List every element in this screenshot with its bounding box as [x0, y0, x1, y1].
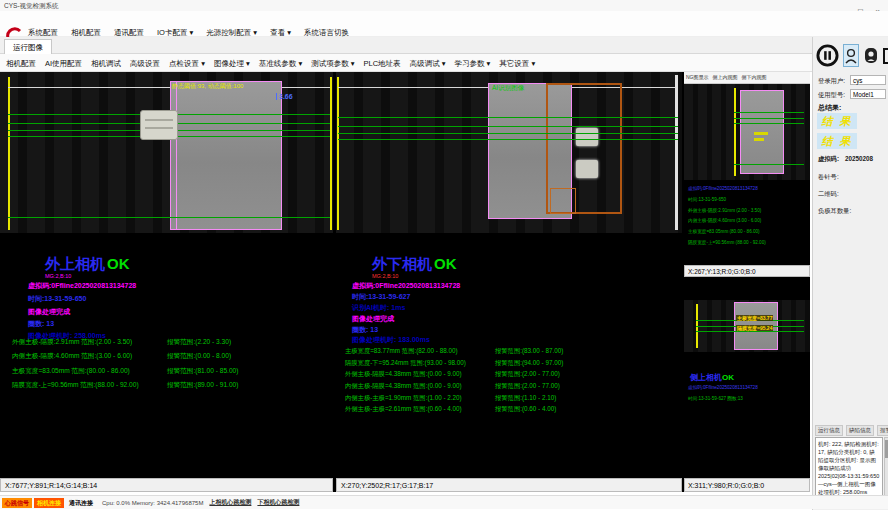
electrode-tab: [576, 160, 598, 178]
toolbar-item[interactable]: 高级设置: [130, 59, 160, 69]
exit-door-icon: [881, 47, 888, 65]
ai-time-line: 识别AI机时: 1ms: [352, 303, 405, 313]
left-camera-image[interactable]: 静态阈值:93, 动态阈值:100 3.66: [0, 72, 333, 233]
measurement-row: 外侧主极-主极=2.61mm 范围:(0.60 - 4.00) 报警范围:(0.…: [345, 405, 677, 417]
log-scrollbar[interactable]: [884, 437, 888, 499]
login-user-value[interactable]: cys: [850, 75, 886, 85]
process-done-line: 图像处理完成: [28, 307, 70, 317]
virtual-code-line: 虚拟码:0Ffline2025020813134728: [352, 281, 460, 291]
tab-run-image[interactable]: 运行图像: [4, 39, 52, 54]
highlight-mark: [754, 132, 768, 135]
lower-camera-heartbeat-link[interactable]: 下相机心跳检测: [257, 498, 299, 507]
log-tab[interactable]: 报警信息: [877, 425, 888, 436]
log-output[interactable]: 机时: 222, 缺陷检测机时: 17, 缺陷分类机时: 0, 缺陷提取分区机时…: [815, 437, 883, 499]
toolbar: 相机配置AI使用配置相机调试高级设置点检设置 ▾图像处理 ▾基准线参数 ▾测试项…: [0, 54, 812, 72]
thumb2-text-lines: 虚拟码:0Ffline2025020813134728时间:13-31-59-6…: [688, 383, 758, 405]
measure-line-green: [338, 126, 678, 127]
mid-camera-image[interactable]: AI识别图像: [336, 72, 682, 233]
thumb2-camera-title: 侧上相机OK: [690, 372, 734, 383]
status-badge: 心跳信号: [2, 498, 32, 508]
left-camera-statusbar: X:7677;Y:891;R:14;G:14;B:14: [0, 478, 333, 492]
measurement-list: 主极宽度=83.77mm 范围:(82.00 - 88.00) 报警范围:(83…: [345, 347, 677, 417]
mid-camera-panel[interactable]: AI识别图像 外下相机OK MG:2,B:10 虚拟码:0Ffline20250…: [336, 72, 682, 478]
toolbar-item[interactable]: PLC地址表: [364, 59, 401, 69]
pause-icon: [816, 44, 839, 67]
gap-measure-label: 3.66: [276, 93, 293, 100]
window-title: CYS-视觉检测系统: [4, 2, 59, 9]
thumb-text-line: 虚拟码:0Ffline2025020813134728: [688, 184, 766, 195]
measure-line-green: [734, 164, 804, 165]
highlight-measure-label: 隔膜宽度=95.24: [736, 325, 773, 331]
thumbnail-tab[interactable]: 侧上内观图: [713, 74, 738, 83]
mid-camera-statusbar: X:270;Y:2502;R:17;G:17;B:17: [336, 478, 682, 492]
window-titlebar: CYS-视觉检测系统: [0, 0, 888, 11]
roi-line-yellow: [8, 77, 10, 230]
measurement-row: 外侧主极-隔膜:2.91mm 范围:(2.00 - 3.50) 报警范围:(2.…: [12, 338, 330, 352]
edge-line-pink: [176, 81, 177, 230]
thumb-text-line: 主极宽度=83.05mm (80.00 - 86.00): [688, 227, 766, 238]
ai-detect-box-small: [550, 188, 576, 214]
needle-number-label: 卷针号:: [818, 173, 839, 182]
result-badge-2: 结 果: [817, 133, 857, 149]
thumbnail-tab[interactable]: NG图显示: [686, 74, 709, 83]
thumb-text-line: 外侧主极-隔膜:2.91mm (2.00 - 3.50): [688, 206, 766, 217]
tab-count-label: 负极耳数量:: [818, 207, 851, 216]
exit-button[interactable]: [880, 44, 888, 67]
log-tab[interactable]: 运行信息: [815, 425, 843, 436]
measure-line-green: [734, 112, 804, 113]
toolbar-item[interactable]: 高级调试 ▾: [410, 59, 446, 69]
process-time-line: 图像处理机时: 183.00ms: [352, 335, 430, 345]
upper-camera-heartbeat-link[interactable]: 上相机心跳检测: [209, 498, 251, 507]
electrode-tab: [576, 128, 598, 146]
toolbar-item[interactable]: 相机调试: [91, 59, 121, 69]
thumb2-statusbar: X:311;Y:980;R:0;G:0;B:0: [684, 478, 810, 492]
measure-line-green: [734, 118, 804, 119]
thumb1-statusbar: X:267;Y:13;R:0;G:0;B:0: [684, 265, 810, 277]
thumb1-image[interactable]: [684, 84, 810, 180]
virtual-code-line: 虚拟码:0Ffline2025020813134728: [28, 281, 136, 291]
virtual-code-label: 虚拟码:: [818, 155, 839, 164]
toolbar-item[interactable]: 其它设置 ▾: [499, 59, 535, 69]
thumb2-image[interactable]: 主极宽度=83.77 隔膜宽度=95.24: [684, 300, 810, 352]
operator-button[interactable]: [863, 46, 878, 65]
toolbar-item[interactable]: 图像处理 ▾: [214, 59, 250, 69]
toolbar-item[interactable]: 学习参数 ▾: [454, 59, 490, 69]
measure-line-green: [696, 331, 804, 332]
toolbar-item[interactable]: AI使用配置: [45, 59, 82, 69]
toolbar-item[interactable]: 点检设置 ▾: [169, 59, 205, 69]
log-tabs: 运行信息缺陷信息报警信息: [815, 425, 888, 436]
camera-title: 外上相机OK: [45, 255, 130, 274]
log-tab[interactable]: 缺陷信息: [846, 425, 874, 436]
tab-connector: [140, 110, 178, 140]
toolbar-item[interactable]: 测试项参数 ▾: [311, 59, 354, 69]
measure-line-green: [734, 123, 804, 124]
separator-region: [170, 81, 282, 230]
left-camera-panel[interactable]: 静态阈值:93, 动态阈值:100 3.66 外上相机OK MG:2,B:10 …: [0, 72, 333, 478]
cpu-memory-text: Cpu: 0.0% Memory: 3424.41796875M: [102, 500, 203, 506]
status-badge: 相机连接: [34, 498, 64, 508]
user-login-button[interactable]: [843, 44, 859, 67]
toolbar-items: 相机配置AI使用配置相机调试高级设置点检设置 ▾图像处理 ▾基准线参数 ▾测试项…: [6, 59, 535, 69]
measurement-row: 主极宽度=83.05mm 范围:(80.00 - 86.00) 报警范围:(81…: [12, 367, 330, 381]
thumbnail-tab[interactable]: 侧下内观图: [742, 74, 767, 83]
pause-button[interactable]: [815, 43, 840, 68]
measure-line-green: [338, 133, 678, 134]
process-done-line: 图像处理完成: [352, 314, 394, 324]
tab-strip: 运行图像: [0, 37, 812, 54]
highlight-mark: [754, 138, 764, 141]
turns-line: 圈数: 13: [352, 325, 378, 335]
model-value[interactable]: Model1: [850, 89, 886, 99]
measurement-row: 主极宽度=83.77mm 范围:(82.00 - 88.00) 报警范围:(83…: [345, 347, 677, 359]
thumb-text-line: 时间:13-31-59-627 圈数:13: [688, 394, 758, 405]
app-statusbar: 心跳信号相机连接通讯连接 Cpu: 0.0% Memory: 3424.4179…: [0, 495, 888, 509]
thumb1-text-lines: 虚拟码:0Ffline2025020813134728时间:13-31-59-6…: [688, 184, 766, 249]
roi-line-yellow: [330, 77, 332, 230]
status-badges: 心跳信号相机连接通讯连接: [2, 498, 96, 508]
model-label: 使用型号:: [818, 91, 845, 100]
time-line: 时间:13-31-59-627: [352, 292, 410, 302]
virtual-code-value: 20250208: [845, 155, 873, 162]
toolbar-item[interactable]: 相机配置: [6, 59, 36, 69]
edge-highlight: [675, 75, 678, 230]
toolbar-item[interactable]: 基准线参数 ▾: [259, 59, 302, 69]
time-line: 时间:13-31-59-650: [28, 294, 86, 304]
